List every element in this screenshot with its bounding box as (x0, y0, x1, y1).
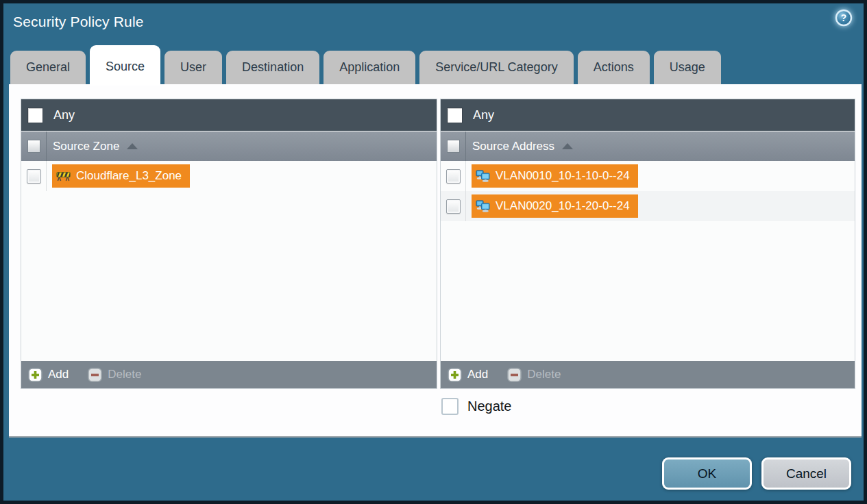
sort-ascending-icon (127, 143, 138, 149)
source-zone-any-bar: Any (21, 99, 437, 131)
add-button[interactable]: Add (448, 368, 488, 382)
tab-usage[interactable]: Usage (654, 51, 721, 84)
dialog-title: Security Policy Rule (13, 14, 144, 30)
source-address-table-body: VLAN0010_10-1-10-0--24 (441, 161, 855, 361)
add-icon (448, 368, 462, 382)
address-chip: VLAN0010_10-1-10-0--24 (472, 164, 638, 188)
cancel-button[interactable]: Cancel (761, 457, 851, 490)
network-icon (476, 200, 490, 212)
source-zone-any-checkbox[interactable] (27, 108, 43, 123)
tab-bar: General Source User Destination Applicat… (10, 49, 721, 84)
address-chip: VLAN0020_10-1-20-0--24 (472, 194, 638, 218)
zone-chip: Cloudflare_L3_Zone (52, 164, 190, 188)
row-checkbox[interactable] (446, 199, 461, 214)
table-row[interactable]: VLAN0010_10-1-10-0--24 (441, 161, 855, 191)
delete-button[interactable]: Delete (88, 368, 141, 382)
zone-name: Cloudflare_L3_Zone (76, 169, 182, 183)
help-icon[interactable]: ? (835, 9, 853, 27)
tab-application[interactable]: Application (323, 51, 415, 84)
sort-ascending-icon (562, 143, 573, 149)
negate-checkbox[interactable] (441, 398, 459, 415)
ok-button[interactable]: OK (662, 457, 752, 490)
source-address-panel: Any Source Address (440, 99, 855, 389)
source-zone-any-label: Any (53, 108, 75, 123)
source-address-any-bar: Any (441, 99, 855, 131)
security-policy-rule-dialog: Security Policy Rule ? General Source Us… (0, 0, 867, 504)
delete-button[interactable]: Delete (507, 368, 561, 382)
zone-icon (56, 171, 71, 181)
negate-label: Negate (467, 399, 512, 414)
address-name: VLAN0010_10-1-10-0--24 (496, 169, 630, 183)
table-row[interactable]: Cloudflare_L3_Zone (21, 161, 437, 191)
source-zone-footer: Add Delete (21, 361, 437, 388)
add-icon (28, 368, 42, 382)
add-label: Add (467, 368, 488, 381)
delete-label: Delete (108, 368, 141, 381)
tab-actions[interactable]: Actions (578, 51, 650, 84)
tab-service-url-category[interactable]: Service/URL Category (419, 51, 573, 84)
add-button[interactable]: Add (28, 368, 69, 382)
delete-icon (507, 368, 522, 382)
source-address-any-checkbox[interactable] (447, 108, 463, 123)
negate-row: Negate (441, 398, 512, 415)
table-row[interactable]: VLAN0020_10-1-20-0--24 (441, 191, 855, 221)
delete-label: Delete (527, 368, 561, 381)
source-zone-column-label: Source Zone (53, 140, 119, 153)
source-address-select-all-checkbox[interactable] (447, 140, 460, 153)
network-icon (476, 170, 490, 182)
svg-text:?: ? (841, 12, 847, 23)
address-name: VLAN0020_10-1-20-0--24 (496, 199, 630, 213)
tab-content-source: Any Source Zone (9, 84, 862, 438)
tab-source[interactable]: Source (90, 45, 160, 86)
source-zone-select-all-checkbox[interactable] (27, 140, 40, 153)
tab-destination[interactable]: Destination (226, 51, 319, 84)
add-label: Add (48, 368, 69, 381)
source-zone-table-body: Cloudflare_L3_Zone (21, 161, 437, 361)
source-address-column-label: Source Address (472, 140, 554, 153)
source-zone-panel: Any Source Zone (21, 99, 437, 389)
delete-icon (88, 368, 102, 382)
row-checkbox[interactable] (446, 169, 461, 184)
source-address-footer: Add Delete (441, 361, 855, 388)
tab-user[interactable]: User (164, 51, 222, 84)
source-zone-column-header[interactable]: Source Zone (21, 131, 437, 161)
tab-general[interactable]: General (10, 51, 86, 84)
source-address-any-label: Any (473, 108, 494, 123)
source-address-column-header[interactable]: Source Address (441, 131, 855, 161)
row-checkbox[interactable] (27, 169, 41, 184)
